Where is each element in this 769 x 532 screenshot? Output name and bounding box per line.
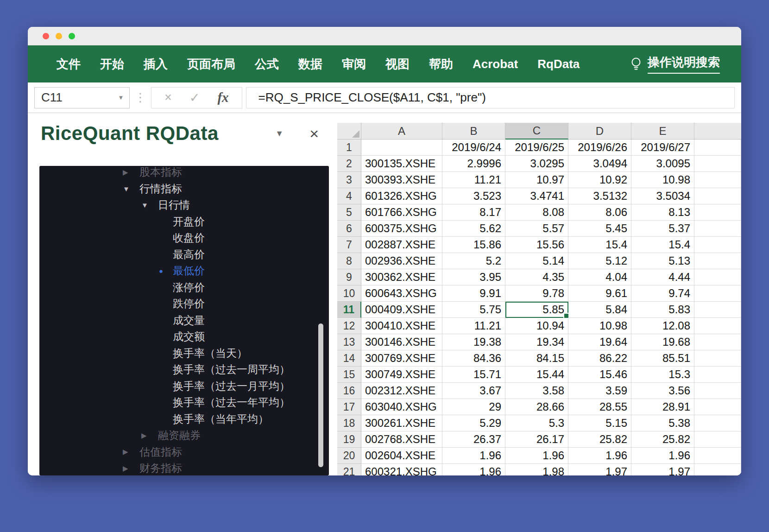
cell-E12[interactable]: 12.08 xyxy=(631,318,694,334)
row-header-2[interactable]: 2 xyxy=(337,156,361,172)
cell-B1[interactable]: 2019/6/24 xyxy=(442,139,505,156)
cell-D14[interactable]: 86.22 xyxy=(568,350,631,367)
cell-B11[interactable]: 5.75 xyxy=(442,302,505,318)
cell-D7[interactable]: 15.4 xyxy=(568,237,631,253)
panel-close-icon[interactable]: × xyxy=(309,126,319,141)
cell-C19[interactable]: 26.17 xyxy=(505,431,568,448)
cell-C4[interactable]: 3.4741 xyxy=(505,188,568,204)
cell-E14[interactable]: 85.51 xyxy=(631,350,694,367)
cell-E20[interactable]: 1.96 xyxy=(631,448,694,464)
formula-input[interactable]: =RQ_S_PRICE_CLOSE($A11, C$1, "pre") xyxy=(246,87,735,108)
cell-B6[interactable]: 5.62 xyxy=(442,221,505,237)
cell-E16[interactable]: 3.56 xyxy=(631,383,694,399)
cell-C10[interactable]: 9.78 xyxy=(505,285,568,302)
cell-E3[interactable]: 10.98 xyxy=(631,172,694,188)
cell-E10[interactable]: 9.74 xyxy=(631,285,694,302)
cell-D10[interactable]: 9.61 xyxy=(568,285,631,302)
column-header-E[interactable]: E xyxy=(631,123,694,139)
tree-item[interactable]: 换手率（过去一年平均） xyxy=(39,394,329,411)
cell-D11[interactable]: 5.84 xyxy=(568,302,631,318)
row-header-21[interactable]: 21 xyxy=(337,464,361,475)
tree-item[interactable]: 成交量 xyxy=(39,312,329,329)
cell-D20[interactable]: 1.96 xyxy=(568,448,631,464)
row-header-3[interactable]: 3 xyxy=(337,172,361,188)
ribbon-tab-11[interactable]: RqData xyxy=(537,57,580,71)
row-header-16[interactable]: 16 xyxy=(337,383,361,399)
cell-C11[interactable]: 5.85 xyxy=(505,302,568,318)
cell-E11[interactable]: 5.83 xyxy=(631,302,694,318)
cell-A9[interactable]: 300362.XSHE xyxy=(361,269,442,285)
cell-A4[interactable]: 601326.XSHG xyxy=(361,188,442,204)
insert-function-icon[interactable]: fx xyxy=(217,90,228,105)
ribbon-tab-6[interactable]: 数据 xyxy=(298,56,322,72)
cell-A8[interactable]: 002936.XSHE xyxy=(361,253,442,269)
cell-C18[interactable]: 5.3 xyxy=(505,415,568,431)
cell-A13[interactable]: 300146.XSHE xyxy=(361,334,442,350)
cell-E7[interactable]: 15.4 xyxy=(631,237,694,253)
cell-E19[interactable]: 25.82 xyxy=(631,431,694,448)
row-header-17[interactable]: 17 xyxy=(337,399,361,415)
tree-item[interactable]: 最高价 xyxy=(39,247,329,263)
cell-D19[interactable]: 25.82 xyxy=(568,431,631,448)
tree-item[interactable]: 换手率（当天） xyxy=(39,345,329,362)
cell-D8[interactable]: 5.12 xyxy=(568,253,631,269)
cell-D1[interactable]: 2019/6/26 xyxy=(568,139,631,156)
cell-A3[interactable]: 300393.XSHE xyxy=(361,172,442,188)
column-header-A[interactable]: A xyxy=(361,123,442,139)
close-window-icon[interactable] xyxy=(43,33,49,39)
cell-A18[interactable]: 300261.XSHE xyxy=(361,415,442,431)
cell-A16[interactable]: 002312.XSHE xyxy=(361,383,442,399)
row-header-15[interactable]: 15 xyxy=(337,367,361,383)
cell-C7[interactable]: 15.56 xyxy=(505,237,568,253)
cell-D18[interactable]: 5.15 xyxy=(568,415,631,431)
cell-B16[interactable]: 3.67 xyxy=(442,383,505,399)
tellme-search[interactable]: 操作说明搜索 xyxy=(648,54,720,74)
row-header-14[interactable]: 14 xyxy=(337,350,361,367)
ribbon-tab-2[interactable]: 开始 xyxy=(100,56,124,72)
cell-D9[interactable]: 4.04 xyxy=(568,269,631,285)
tree-item[interactable]: 开盘价 xyxy=(39,214,329,230)
cell-C15[interactable]: 15.44 xyxy=(505,367,568,383)
tree-item[interactable]: 换手率（过去一周平均） xyxy=(39,361,329,378)
cell-D21[interactable]: 1.97 xyxy=(568,464,631,475)
cell-A5[interactable]: 601766.XSHG xyxy=(361,204,442,221)
column-header-B[interactable]: B xyxy=(442,123,505,139)
cell-B19[interactable]: 26.37 xyxy=(442,431,505,448)
cell-C1[interactable]: 2019/6/25 xyxy=(505,139,568,156)
row-header-19[interactable]: 19 xyxy=(337,431,361,448)
cell-D15[interactable]: 15.46 xyxy=(568,367,631,383)
cell-B2[interactable]: 2.9996 xyxy=(442,156,505,172)
cell-A11[interactable]: 000409.XSHE xyxy=(361,302,442,318)
zoom-window-icon[interactable] xyxy=(69,33,75,39)
cell-D16[interactable]: 3.59 xyxy=(568,383,631,399)
cell-D13[interactable]: 19.64 xyxy=(568,334,631,350)
cell-C12[interactable]: 10.94 xyxy=(505,318,568,334)
cell-E2[interactable]: 3.0095 xyxy=(631,156,694,172)
tree-item[interactable]: 涨停价 xyxy=(39,279,329,296)
tree-item[interactable]: ▼日行情 xyxy=(39,197,329,214)
panel-scrollbar[interactable] xyxy=(318,323,323,467)
row-header-6[interactable]: 6 xyxy=(337,221,361,237)
cell-B10[interactable]: 9.91 xyxy=(442,285,505,302)
row-header-8[interactable]: 8 xyxy=(337,253,361,269)
name-box[interactable]: C11 ▼ xyxy=(34,87,130,108)
cell-B21[interactable]: 1.96 xyxy=(442,464,505,475)
ribbon-tab-10[interactable]: Acrobat xyxy=(473,57,518,71)
cell-B17[interactable]: 29 xyxy=(442,399,505,415)
cell-E18[interactable]: 5.38 xyxy=(631,415,694,431)
cell-E17[interactable]: 28.91 xyxy=(631,399,694,415)
tree-item[interactable]: 跌停价 xyxy=(39,296,329,312)
ribbon-tab-9[interactable]: 帮助 xyxy=(429,56,453,72)
select-all-corner[interactable] xyxy=(337,123,361,139)
tree-item[interactable]: ▶融资融券 xyxy=(39,427,329,444)
cell-D6[interactable]: 5.45 xyxy=(568,221,631,237)
tree-item[interactable]: ▼行情指标 xyxy=(39,181,329,197)
cell-B5[interactable]: 8.17 xyxy=(442,204,505,221)
row-header-20[interactable]: 20 xyxy=(337,448,361,464)
column-header-D[interactable]: D xyxy=(568,123,631,139)
cell-B9[interactable]: 3.95 xyxy=(442,269,505,285)
cell-D4[interactable]: 3.5132 xyxy=(568,188,631,204)
cell-C2[interactable]: 3.0295 xyxy=(505,156,568,172)
tree-item[interactable]: 换手率（过去一月平均） xyxy=(39,378,329,395)
tree-item[interactable]: 收盘价 xyxy=(39,230,329,247)
